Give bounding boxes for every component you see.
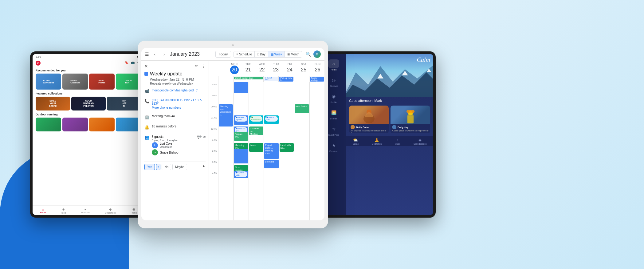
peloton-statusbar: 2:30 ▲ ● xyxy=(33,54,144,59)
more-options-button[interactable]: ⋮ xyxy=(201,64,206,69)
calm-guest-label: Guest Pass xyxy=(328,134,339,136)
day-num-mon[interactable]: 20 xyxy=(230,66,239,74)
nav-challenges[interactable]: ◆ Challenges xyxy=(105,207,116,214)
tablet-right: ⌂ Home ◎ Discover ◉ Profile xyxy=(319,51,436,218)
featured-thumb-2[interactable]: GOODMORNINGPELOTON xyxy=(71,97,106,110)
event-thu-2[interactable]: Project planni... Meeting room xyxy=(264,143,278,159)
rsvp-yes-button[interactable]: Yes xyxy=(144,164,155,170)
next-month-button[interactable]: › xyxy=(161,51,167,58)
today-button[interactable]: Today xyxy=(215,51,231,58)
day-label-fri: Fri xyxy=(284,62,296,66)
calm-discover-label: Discover xyxy=(329,85,338,87)
pick-up-event[interactable]: Pick up new b... xyxy=(279,77,293,82)
close-button[interactable]: ✕ xyxy=(144,64,148,69)
event-tue-1[interactable] xyxy=(234,82,248,93)
outdoor-thumb-1[interactable] xyxy=(36,118,61,131)
event-repeat: Repeats weekly on Wednesday xyxy=(144,82,206,85)
allday-events: Zürich design days ● Out of offic... Pic… xyxy=(218,76,324,82)
chat-icon[interactable]: 💬 xyxy=(197,135,202,139)
daily-calm-card[interactable]: Daily Calm An original, inspiring medita… xyxy=(349,106,389,133)
video-thumb-2[interactable]: 45 minClassical xyxy=(62,74,88,90)
outdoor-thumb-2[interactable] xyxy=(62,118,88,131)
time-grid-body: 8 AM 9 AM 10 AM 11 AM 12 PM 1 PM 2 PM 3 … xyxy=(209,82,324,220)
calm-screen: ⌂ Home ◎ Discover ◉ Profile xyxy=(321,54,433,215)
outdoor-thumb-3[interactable] xyxy=(89,118,115,131)
day-num-sun[interactable]: 26 xyxy=(313,66,322,74)
outdoor-title: Outdoor running xyxy=(36,113,141,116)
video-label-2: 45 minClassical xyxy=(62,74,88,90)
event-sat-1[interactable]: Meet Janice xyxy=(295,104,309,113)
bell-icon: 🔔 xyxy=(144,125,149,130)
zurich-event[interactable]: Zürich design days xyxy=(234,77,263,79)
calm-scenes-icon-wrap: 🌅 xyxy=(328,108,339,117)
more-phones-link[interactable]: More phone numbers xyxy=(152,106,206,109)
day-label-mon: Mon xyxy=(228,62,241,66)
event-color-dot xyxy=(144,72,148,76)
family-event[interactable]: Family visiting xyxy=(310,77,324,82)
event-tue-6[interactable] xyxy=(234,149,248,163)
event-mon-1[interactable]: Planning upd... Conference r... xyxy=(219,104,233,126)
organizer-info: Lori Cole Organizer xyxy=(160,142,172,148)
featured-thumb-3[interactable]: HIPHOP50 xyxy=(107,97,141,110)
day-header-sat: Sat 25 xyxy=(297,61,311,76)
event-detail-panel: ✕ ✏ ⋮ Weekly update Wednesday, Jan 22 · … xyxy=(141,61,209,220)
event-tue-4[interactable]: Prepare wo... xyxy=(234,132,248,141)
calm-bottom-soundscapes[interactable]: ◈ Soundscapes xyxy=(414,138,426,145)
share-icon[interactable]: ⤴ xyxy=(196,88,198,92)
daily-jay-card[interactable]: Daily Jay A daily piece of wisdom to ins… xyxy=(391,106,430,133)
event-mon-1-label: Planning upd... xyxy=(220,105,232,110)
event-thu-1[interactable]: ⬣ Reach out t... xyxy=(264,115,278,124)
event-wed-1[interactable]: ⬣ Summarize xyxy=(249,115,263,124)
monday-col: Planning upd... Conference r... xyxy=(218,82,233,220)
day-header-mon: Mon 20 xyxy=(227,61,241,76)
calm-bottom-meditation[interactable]: 🧘 Meditation xyxy=(372,138,382,145)
day-num-fri[interactable]: 24 xyxy=(285,66,294,74)
edit-button[interactable]: ✏ xyxy=(195,64,198,69)
rsvp-yes-dropdown[interactable]: ▾ xyxy=(156,164,160,170)
day-header-thu: Thu 23 xyxy=(269,61,283,76)
event-wed-3[interactable]: Lunch xyxy=(249,143,263,152)
email-icon[interactable]: ✉ xyxy=(203,135,206,139)
schedule-view-button[interactable]: ≡ Schedule xyxy=(234,51,254,57)
rsvp-expand-icon[interactable]: ▲ xyxy=(202,164,206,170)
bookmark-icon[interactable]: 🔖 xyxy=(125,61,129,65)
search-icon[interactable]: 🔍 xyxy=(306,52,311,57)
day-num-sat[interactable]: 25 xyxy=(299,66,308,74)
day-num-wed[interactable]: 22 xyxy=(258,66,266,74)
event-tue-2[interactable]: ⬣ Project update xyxy=(234,115,248,125)
calm-bottom-dallas[interactable]: ⛅ Dallas xyxy=(352,138,358,145)
attendee-item: G Grace Bishop xyxy=(152,149,206,155)
video-thumb-3[interactable]: 5 minPilates xyxy=(89,74,115,90)
day-view-button[interactable]: □ Day xyxy=(254,51,268,57)
thursday-col: ⬣ Reach out t... Project planni... Meeti… xyxy=(264,82,279,220)
calm-discover-icon-wrap: ◎ xyxy=(328,76,339,84)
cast-icon[interactable]: 📺 xyxy=(131,61,135,65)
event-wed-2[interactable]: Customer me... Meeting room xyxy=(249,126,263,135)
day-num-tue[interactable]: 21 xyxy=(244,66,253,74)
nav-home[interactable]: ⌂ Home xyxy=(40,207,46,214)
nav-workouts[interactable]: ● Workouts xyxy=(81,207,90,214)
user-avatar[interactable]: M xyxy=(313,50,321,58)
event-tue-8[interactable]: ⬣ Update slid... xyxy=(234,171,248,178)
event-thu-3-label: Lori/Mike xyxy=(265,160,277,163)
nav-profile[interactable]: ◉ Profile xyxy=(131,207,137,214)
event-fri-1[interactable]: Lunch with No... xyxy=(280,143,294,152)
phone-icon: 📞 xyxy=(144,99,149,103)
day-num-thu[interactable]: 23 xyxy=(272,66,280,74)
event-thu-3[interactable]: Lori/Mike xyxy=(264,160,278,168)
video-thumb-1[interactable]: 30 min2000s Ride xyxy=(36,74,61,90)
menu-icon[interactable]: ☰ xyxy=(145,52,149,57)
featured-thumb-1[interactable]: BUILDYOURBARRE xyxy=(36,97,70,110)
day-label-sun: Sun xyxy=(311,62,324,66)
out-of-office-chip[interactable]: ● Out of offic... xyxy=(264,77,278,81)
week-view-button[interactable]: ▦ Week xyxy=(268,51,285,57)
rsvp-maybe-button[interactable]: Maybe xyxy=(172,164,187,170)
prev-month-button[interactable]: ‹ xyxy=(151,51,158,58)
nav-feed[interactable]: ◈ Feed xyxy=(61,207,66,214)
daily-calm-desc: An original, inspiring meditation every … xyxy=(351,130,387,133)
month-view-button[interactable]: ⊞ Month xyxy=(285,51,302,57)
meet-link[interactable]: meet.google.com/fae-fgha-ged xyxy=(152,89,194,92)
rsvp-no-button[interactable]: No xyxy=(162,164,171,170)
calm-bottom-music[interactable]: ♪ Music xyxy=(395,138,400,145)
phone-number[interactable]: (CH) +41 30 300 00 15 PIN: 217 555 923# xyxy=(152,98,206,105)
